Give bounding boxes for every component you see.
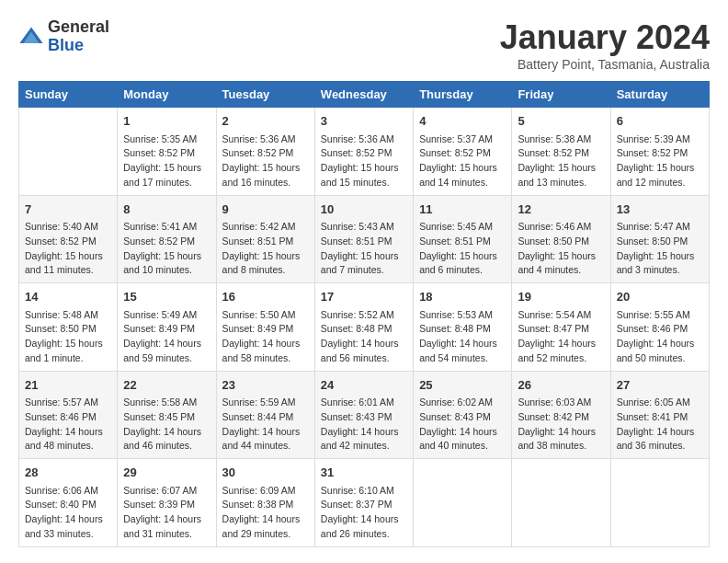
calendar-cell: 6Sunrise: 5:39 AM Sunset: 8:52 PM Daylig… [610,108,709,196]
day-number: 8 [123,201,210,219]
day-number: 11 [419,201,506,219]
day-number: 24 [321,376,407,395]
logo-icon [18,24,44,50]
calendar-cell: 23Sunrise: 5:59 AM Sunset: 8:44 PM Dayli… [216,371,314,459]
day-number: 13 [617,201,703,219]
day-number: 30 [222,464,309,482]
calendar-cell: 16Sunrise: 5:50 AM Sunset: 8:49 PM Dayli… [216,283,314,372]
calendar-cell: 5Sunrise: 5:38 AM Sunset: 8:52 PM Daylig… [512,108,610,196]
week-row-5: 28Sunrise: 6:06 AM Sunset: 8:40 PM Dayli… [19,459,710,547]
weekday-header-sunday: Sunday [19,82,118,108]
calendar-cell: 20Sunrise: 5:55 AM Sunset: 8:46 PM Dayli… [610,283,709,372]
day-info: Sunrise: 5:36 AM Sunset: 8:52 PM Dayligh… [222,132,309,190]
calendar-cell [610,459,709,547]
day-number: 12 [518,201,604,219]
calendar-cell: 9Sunrise: 5:42 AM Sunset: 8:51 PM Daylig… [216,195,314,283]
day-info: Sunrise: 6:07 AM Sunset: 8:39 PM Dayligh… [123,484,210,542]
calendar-cell: 22Sunrise: 5:58 AM Sunset: 8:45 PM Dayli… [118,371,216,459]
calendar-cell: 3Sunrise: 5:36 AM Sunset: 8:52 PM Daylig… [314,108,413,196]
day-number: 31 [321,464,407,482]
calendar-cell: 26Sunrise: 6:03 AM Sunset: 8:42 PM Dayli… [512,371,610,459]
day-number: 9 [222,201,309,219]
calendar-cell: 24Sunrise: 6:01 AM Sunset: 8:43 PM Dayli… [314,371,413,459]
calendar-cell: 14Sunrise: 5:48 AM Sunset: 8:50 PM Dayli… [19,283,118,372]
day-number: 15 [123,288,210,306]
logo-blue: Blue [48,37,109,55]
day-number: 28 [25,464,111,482]
day-info: Sunrise: 5:50 AM Sunset: 8:49 PM Dayligh… [222,308,309,366]
day-number: 1 [123,112,210,131]
day-number: 10 [321,201,407,219]
day-info: Sunrise: 6:10 AM Sunset: 8:37 PM Dayligh… [321,484,407,542]
calendar-cell: 19Sunrise: 5:54 AM Sunset: 8:47 PM Dayli… [512,283,610,372]
day-number: 22 [123,376,210,395]
day-number: 26 [518,376,604,395]
day-info: Sunrise: 5:53 AM Sunset: 8:48 PM Dayligh… [419,308,506,366]
day-info: Sunrise: 6:05 AM Sunset: 8:41 PM Dayligh… [617,396,703,454]
week-row-2: 7Sunrise: 5:40 AM Sunset: 8:52 PM Daylig… [19,195,710,283]
logo: General Blue [18,18,109,55]
day-number: 3 [321,112,407,131]
day-number: 20 [617,288,703,306]
day-info: Sunrise: 5:46 AM Sunset: 8:50 PM Dayligh… [518,220,604,278]
calendar-cell: 7Sunrise: 5:40 AM Sunset: 8:52 PM Daylig… [19,195,118,283]
calendar-cell [414,459,512,547]
day-number: 14 [25,288,111,306]
day-number: 18 [419,288,506,306]
calendar-cell: 10Sunrise: 5:43 AM Sunset: 8:51 PM Dayli… [314,195,413,283]
calendar-cell: 18Sunrise: 5:53 AM Sunset: 8:48 PM Dayli… [414,283,512,372]
day-info: Sunrise: 5:49 AM Sunset: 8:49 PM Dayligh… [123,308,210,366]
day-number: 25 [419,376,506,395]
day-info: Sunrise: 6:03 AM Sunset: 8:42 PM Dayligh… [518,396,604,454]
day-number: 4 [419,112,506,131]
day-number: 5 [518,112,604,131]
weekday-header-monday: Monday [118,82,216,108]
calendar-cell: 2Sunrise: 5:36 AM Sunset: 8:52 PM Daylig… [216,108,314,196]
calendar-cell: 1Sunrise: 5:35 AM Sunset: 8:52 PM Daylig… [118,108,216,196]
calendar-cell: 27Sunrise: 6:05 AM Sunset: 8:41 PM Dayli… [610,371,709,459]
weekday-header-thursday: Thursday [414,82,512,108]
calendar-cell: 28Sunrise: 6:06 AM Sunset: 8:40 PM Dayli… [19,459,118,547]
day-info: Sunrise: 5:40 AM Sunset: 8:52 PM Dayligh… [25,220,111,278]
day-info: Sunrise: 6:09 AM Sunset: 8:38 PM Dayligh… [222,484,309,542]
week-row-4: 21Sunrise: 5:57 AM Sunset: 8:46 PM Dayli… [19,371,710,459]
day-info: Sunrise: 6:06 AM Sunset: 8:40 PM Dayligh… [25,484,111,542]
day-number: 6 [617,112,703,131]
day-info: Sunrise: 5:59 AM Sunset: 8:44 PM Dayligh… [222,396,309,454]
calendar-cell: 13Sunrise: 5:47 AM Sunset: 8:50 PM Dayli… [610,195,709,283]
calendar-table: SundayMondayTuesdayWednesdayThursdayFrid… [18,81,710,547]
day-info: Sunrise: 5:37 AM Sunset: 8:52 PM Dayligh… [419,132,506,190]
weekday-header-friday: Friday [512,82,610,108]
calendar-cell: 17Sunrise: 5:52 AM Sunset: 8:48 PM Dayli… [314,283,413,372]
weekday-header-row: SundayMondayTuesdayWednesdayThursdayFrid… [19,82,710,108]
day-info: Sunrise: 6:02 AM Sunset: 8:43 PM Dayligh… [419,396,506,454]
day-info: Sunrise: 5:45 AM Sunset: 8:51 PM Dayligh… [419,220,506,278]
day-info: Sunrise: 5:41 AM Sunset: 8:52 PM Dayligh… [123,220,210,278]
day-info: Sunrise: 5:42 AM Sunset: 8:51 PM Dayligh… [222,220,309,278]
day-info: Sunrise: 5:55 AM Sunset: 8:46 PM Dayligh… [617,308,703,366]
week-row-1: 1Sunrise: 5:35 AM Sunset: 8:52 PM Daylig… [19,108,710,196]
day-number: 17 [321,288,407,306]
day-info: Sunrise: 6:01 AM Sunset: 8:43 PM Dayligh… [321,396,407,454]
calendar-cell [19,108,118,196]
calendar-cell [512,459,610,547]
day-info: Sunrise: 5:58 AM Sunset: 8:45 PM Dayligh… [123,396,210,454]
day-number: 2 [222,112,309,131]
calendar-cell: 15Sunrise: 5:49 AM Sunset: 8:49 PM Dayli… [118,283,216,372]
calendar-cell: 25Sunrise: 6:02 AM Sunset: 8:43 PM Dayli… [414,371,512,459]
day-number: 19 [518,288,604,306]
day-number: 21 [25,376,111,395]
month-title: January 2024 [500,18,710,57]
day-number: 23 [222,376,309,395]
calendar-cell: 8Sunrise: 5:41 AM Sunset: 8:52 PM Daylig… [118,195,216,283]
day-number: 16 [222,288,309,306]
day-number: 27 [617,376,703,395]
day-info: Sunrise: 5:57 AM Sunset: 8:46 PM Dayligh… [25,396,111,454]
day-info: Sunrise: 5:47 AM Sunset: 8:50 PM Dayligh… [617,220,703,278]
location: Battery Point, Tasmania, Australia [500,57,710,72]
calendar-cell: 4Sunrise: 5:37 AM Sunset: 8:52 PM Daylig… [414,108,512,196]
calendar-cell: 29Sunrise: 6:07 AM Sunset: 8:39 PM Dayli… [118,459,216,547]
day-info: Sunrise: 5:43 AM Sunset: 8:51 PM Dayligh… [321,220,407,278]
day-number: 7 [25,201,111,219]
day-info: Sunrise: 5:38 AM Sunset: 8:52 PM Dayligh… [518,132,604,190]
